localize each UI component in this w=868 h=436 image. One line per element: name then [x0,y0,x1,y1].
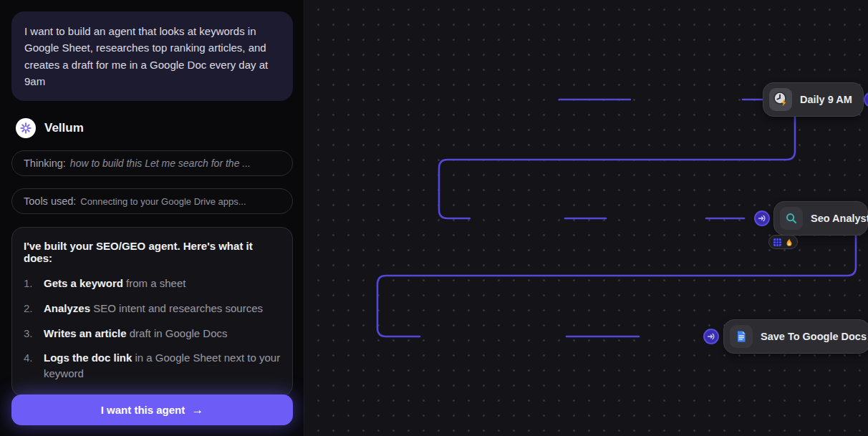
step-text: Analyzes SEO intent and researches sourc… [44,301,263,316]
step-number: 1. [24,276,37,291]
step-number: 4. [24,350,37,382]
agent-step: 1. Gets a keyword from a sheet [24,276,281,291]
tools-used-pill[interactable]: Tools used: Connecting to your Google Dr… [11,188,293,214]
cta-label: I want this agent [101,404,185,416]
clock-lightning-icon [769,88,792,111]
vellum-logo-icon [16,118,36,138]
node-label: Save To Google Docs [761,331,867,342]
chat-sidebar: I want to build an agent that looks at k… [0,0,304,436]
thinking-pill[interactable]: Thinking: how to build this Let me searc… [11,150,293,176]
step-text: Writes an article draft in Google Docs [44,326,228,341]
step-number: 2. [24,301,37,316]
agent-step: 3. Writes an article draft in Google Doc… [24,326,281,341]
brand-name: Vellum [44,121,84,135]
agent-summary-card: I've built your SEO/GEO agent. Here's wh… [11,227,293,397]
node-label: Seo Analyst [811,213,868,224]
thinking-value: how to build this Let me search for the … [70,158,251,169]
grid-table-icon [773,238,782,247]
node-daily-9am[interactable]: Daily 9 AM [763,82,864,117]
port-in-seo-analyst[interactable] [754,210,770,226]
arrow-right-icon: → [191,403,203,417]
port-in-save-to-google-docs[interactable] [703,329,719,344]
port-arrow-icon [758,214,766,223]
docs-icon [730,325,753,348]
agent-step: 4. Logs the doc link in a Google Sheet n… [24,350,281,382]
step-text: Logs the doc link in a Google Sheet next… [44,350,281,382]
flame-icon [785,238,794,247]
tools-used-value: Connecting to your Google Drive apps... [80,196,246,207]
thinking-label: Thinking: [24,158,66,169]
node-label: Daily 9 AM [800,94,852,105]
step-text: Gets a keyword from a sheet [44,276,185,291]
node-seo-analyst[interactable]: Seo Analyst [773,201,868,236]
step-number: 3. [24,326,37,341]
search-icon [780,207,803,230]
user-prompt-bubble: I want to build an agent that looks at k… [11,11,293,101]
agent-steps-list: 1. Gets a keyword from a sheet 2. Analyz… [24,276,281,382]
workflow-canvas: Daily 9 AM Get Keyword Seo Analy [304,0,868,436]
seo-analyst-tools-badge[interactable] [768,235,798,249]
brand-row: Vellum [16,118,292,138]
port-arrow-icon [707,332,715,341]
app-window: I want to build an agent that looks at k… [0,0,868,436]
node-save-to-google-docs[interactable]: Save To Google Docs [723,319,868,354]
i-want-this-agent-button[interactable]: I want this agent → [11,394,293,425]
agent-summary-heading: I've built your SEO/GEO agent. Here's wh… [24,240,281,264]
tools-used-label: Tools used: [24,195,76,207]
agent-step: 2. Analyzes SEO intent and researches so… [24,301,281,316]
